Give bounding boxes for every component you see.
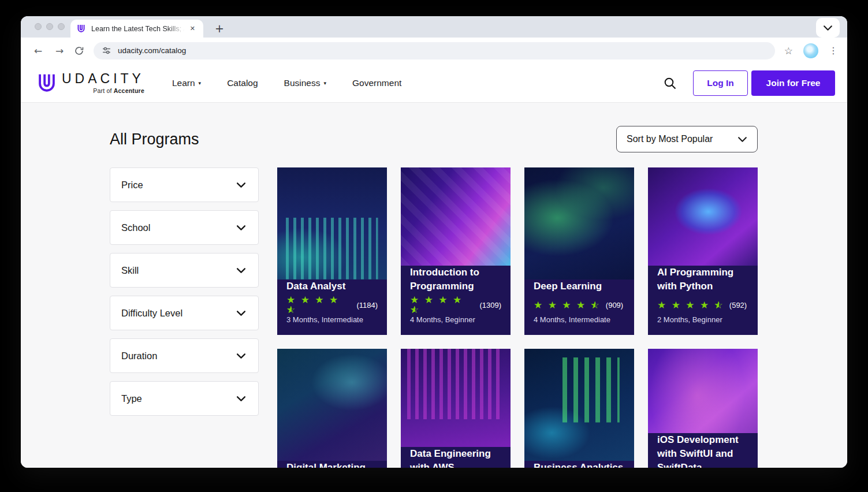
sort-value: Sort by Most Popular	[627, 134, 713, 144]
star-rating-icon: ★ ★ ★ ★ ★☆	[410, 295, 474, 315]
course-meta: 4 Months, Intermediate	[534, 315, 625, 327]
course-meta: 2 Months, Beginner	[657, 315, 748, 327]
main-nav: Learn▾ Catalog Business▾ Government	[172, 78, 427, 88]
course-grid: Data Analyst ★ ★ ★ ★ ★☆ (1184) 3 Months,…	[277, 167, 758, 468]
filter-skill[interactable]: Skill	[110, 253, 259, 288]
filter-duration[interactable]: Duration	[110, 338, 259, 373]
course-title: iOS Development with SwiftUI and SwiftDa…	[657, 433, 748, 468]
course-thumbnail	[524, 167, 634, 279]
login-button[interactable]: Log In	[693, 70, 748, 96]
review-count: (592)	[729, 301, 747, 310]
rating-row: ★ ★ ★ ★ ★☆ (909)	[534, 299, 625, 311]
site-header: UDACITY Part of Accenture Learn▾ Catalog…	[21, 64, 847, 103]
course-thumbnail	[524, 349, 634, 461]
course-title: Introduction to Programming	[410, 266, 501, 293]
nav-item-catalog[interactable]: Catalog	[227, 78, 258, 88]
rating-row: ★ ★ ★ ★ ★☆ (1309)	[410, 299, 501, 311]
course-card-data-engineering-with-aws[interactable]: Data Engineering with AWS	[401, 349, 511, 468]
course-card-ios-development[interactable]: iOS Development with SwiftUI and SwiftDa…	[648, 349, 758, 468]
course-thumbnail	[401, 167, 511, 266]
chevron-down-icon	[236, 182, 246, 188]
chevron-down-icon	[737, 136, 747, 143]
filter-difficulty-level[interactable]: Difficulty Level	[110, 296, 259, 330]
logo-tagline: Part of Accenture	[62, 87, 144, 94]
nav-item-learn[interactable]: Learn▾	[172, 78, 201, 88]
nav-item-government[interactable]: Government	[352, 78, 401, 88]
course-title: Data Engineering with AWS	[410, 447, 501, 468]
course-thumbnail	[277, 349, 387, 461]
browser-tab[interactable]: Learn the Latest Tech Skills; A ✕	[70, 20, 203, 38]
sort-dropdown[interactable]: Sort by Most Popular	[616, 126, 758, 152]
course-title: AI Programming with Python	[657, 266, 748, 293]
rating-row: ★ ★ ★ ★ ★☆ (1184)	[286, 299, 378, 311]
browser-toolbar: ← → udacity.com/catalog ☆ ⋮	[21, 38, 847, 64]
course-card-digital-marketing[interactable]: Digital Marketing	[277, 349, 387, 468]
tab-search-button[interactable]	[816, 18, 840, 38]
udacity-u-icon	[37, 72, 57, 95]
chevron-down-icon	[236, 310, 246, 316]
profile-avatar[interactable]	[803, 43, 818, 58]
brand-name: UDACITY	[62, 72, 144, 85]
search-icon[interactable]	[663, 76, 677, 90]
caret-down-icon: ▾	[323, 80, 326, 86]
bookmark-star-icon[interactable]: ☆	[784, 45, 793, 57]
browser-window: Learn the Latest Tech Skills; A ✕ + ← → …	[21, 16, 847, 468]
new-tab-icon[interactable]: +	[215, 22, 224, 35]
catalog-content: All Programs Sort by Most Popular Price …	[21, 103, 847, 468]
course-thumbnail	[401, 349, 511, 447]
rating-row: ★ ★ ★ ★ ★☆ (592)	[657, 299, 748, 311]
course-card-data-analyst[interactable]: Data Analyst ★ ★ ★ ★ ★☆ (1184) 3 Months,…	[277, 167, 387, 335]
caret-down-icon: ▾	[199, 80, 202, 86]
nav-item-business[interactable]: Business▾	[284, 78, 326, 88]
traffic-light-close[interactable]	[35, 23, 42, 30]
star-rating-icon: ★ ★ ★ ★ ★☆	[657, 300, 724, 310]
course-meta: 3 Months, Intermediate	[286, 315, 378, 327]
forward-icon[interactable]: →	[51, 45, 68, 57]
chevron-down-icon	[236, 396, 246, 402]
course-title: Deep Learning	[534, 279, 625, 293]
join-for-free-button[interactable]: Join for Free	[751, 70, 835, 96]
reload-icon[interactable]	[74, 46, 84, 56]
star-rating-icon: ★ ★ ★ ★ ★☆	[534, 300, 601, 310]
course-title: Data Analyst	[286, 279, 378, 293]
course-card-introduction-to-programming[interactable]: Introduction to Programming ★ ★ ★ ★ ★☆ (…	[401, 167, 511, 335]
course-card-business-analytics[interactable]: Business Analytics	[524, 349, 634, 468]
course-thumbnail	[648, 349, 758, 433]
filter-type[interactable]: Type	[110, 381, 259, 416]
url-text: udacity.com/catalog	[118, 46, 186, 55]
course-thumbnail	[277, 167, 387, 279]
course-meta: 4 Months, Beginner	[410, 315, 501, 327]
review-count: (1184)	[356, 301, 378, 310]
tab-strip: Learn the Latest Tech Skills; A ✕ +	[21, 16, 847, 38]
page-title: All Programs	[110, 131, 199, 148]
course-card-deep-learning[interactable]: Deep Learning ★ ★ ★ ★ ★☆ (909) 4 Months,…	[524, 167, 634, 335]
chevron-down-icon	[823, 25, 833, 31]
star-rating-icon: ★ ★ ★ ★ ★☆	[286, 295, 351, 315]
address-bar[interactable]: udacity.com/catalog	[94, 42, 775, 59]
filters-panel: Price School Skill Difficulty Level Dura…	[110, 167, 259, 468]
course-title: Business Analytics	[534, 461, 625, 468]
chevron-down-icon	[236, 225, 246, 231]
site-settings-icon[interactable]	[102, 46, 111, 55]
browser-menu-icon[interactable]: ⋮	[829, 45, 838, 56]
filter-price[interactable]: Price	[110, 167, 259, 202]
tab-title: Learn the Latest Tech Skills; A	[91, 25, 184, 33]
traffic-light-zoom[interactable]	[58, 23, 65, 30]
chevron-down-icon	[236, 353, 246, 359]
filter-school[interactable]: School	[110, 210, 259, 245]
logo-text: UDACITY Part of Accenture	[62, 72, 144, 94]
tab-close-icon[interactable]: ✕	[188, 24, 198, 33]
course-thumbnail	[648, 167, 758, 266]
review-count: (1309)	[479, 301, 501, 310]
course-card-ai-programming-with-python[interactable]: AI Programming with Python ★ ★ ★ ★ ★☆ (5…	[648, 167, 758, 335]
traffic-light-minimize[interactable]	[46, 23, 53, 30]
back-icon[interactable]: ←	[30, 45, 46, 57]
course-title: Digital Marketing	[286, 461, 378, 468]
review-count: (909)	[606, 301, 623, 310]
udacity-favicon-icon	[76, 24, 86, 33]
chevron-down-icon	[236, 267, 246, 274]
udacity-logo[interactable]: UDACITY Part of Accenture	[37, 72, 144, 95]
window-controls	[35, 23, 65, 30]
